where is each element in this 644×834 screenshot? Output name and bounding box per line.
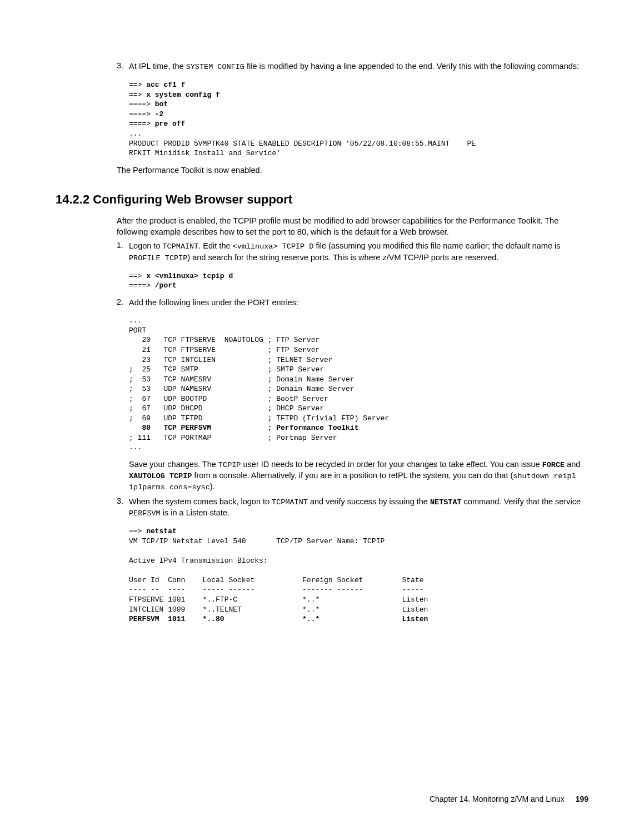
- step-number: 3.: [117, 61, 129, 76]
- text: At IPL time, the: [129, 62, 186, 71]
- section-heading: 14.2.2 Configuring Web Browser support: [56, 192, 588, 207]
- inline-code: SYSTEM CONFIG: [186, 63, 244, 71]
- code-block: ==> netstat VM TCP/IP Netstat Level 540 …: [129, 527, 588, 624]
- step-number: 1.: [117, 241, 129, 266]
- list-item: 2. Add the following lines under the POR…: [117, 297, 588, 312]
- paragraph: At IPL time, the SYSTEM CONFIG file is m…: [129, 61, 588, 72]
- step-number: 3.: [117, 497, 129, 522]
- paragraph: Add the following lines under the PORT e…: [129, 297, 588, 309]
- step-body: When the system comes back, logon to TCP…: [129, 497, 588, 522]
- content-area: After the product is enabled, the TCPIP …: [117, 216, 588, 624]
- paragraph: Logon to TCPMAINT. Edit the <vmlinuxa> T…: [129, 241, 588, 263]
- step-body: At IPL time, the SYSTEM CONFIG file is m…: [129, 61, 588, 76]
- list-item: 3. At IPL time, the SYSTEM CONFIG file i…: [117, 61, 588, 76]
- document-page: 3. At IPL time, the SYSTEM CONFIG file i…: [0, 0, 644, 834]
- paragraph: When the system comes back, logon to TCP…: [129, 497, 588, 519]
- paragraph: Save your changes. The TCPIP user ID nee…: [129, 459, 588, 493]
- content-area: 3. At IPL time, the SYSTEM CONFIG file i…: [117, 61, 588, 176]
- code-block: ==> x <vmlinuxa> tcpip d ====> /port: [129, 271, 588, 291]
- paragraph: After the product is enabled, the TCPIP …: [117, 216, 588, 237]
- code-block: ... PORT 20 TCP FTPSERVE NOAUTOLOG ; FTP…: [129, 316, 588, 453]
- chapter-label: Chapter 14. Monitoring z/VM and Linux: [430, 795, 565, 803]
- code-block: ==> acc cf1 f ==> x system config f ====…: [129, 80, 588, 158]
- text: file is modified by having a line append…: [244, 62, 579, 71]
- list-item: 1. Logon to TCPMAINT. Edit the <vmlinuxa…: [117, 241, 588, 266]
- page-number: 199: [576, 795, 588, 803]
- step-body: Logon to TCPMAINT. Edit the <vmlinuxa> T…: [129, 241, 588, 266]
- page-footer: Chapter 14. Monitoring z/VM and Linux 19…: [430, 795, 588, 803]
- step-body: Add the following lines under the PORT e…: [129, 297, 588, 312]
- step-number: 2.: [117, 297, 129, 312]
- list-item: 3. When the system comes back, logon to …: [117, 497, 588, 522]
- paragraph: The Performance Toolkit is now enabled.: [117, 165, 588, 176]
